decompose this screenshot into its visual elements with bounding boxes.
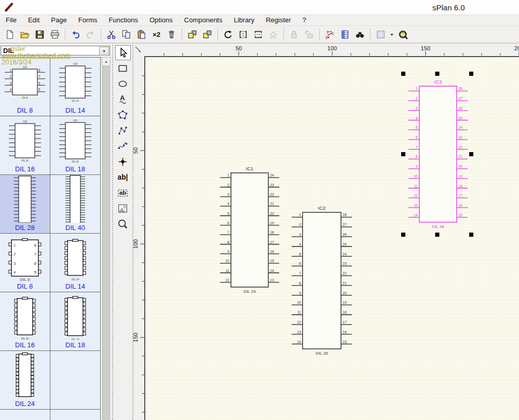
menu-help[interactable]: ?: [297, 15, 312, 25]
ruler-origin-icon: [133, 45, 144, 56]
library-item-dil-18-package[interactable]: DIL 18DIL 18: [50, 292, 101, 351]
toolbar-separator: [319, 28, 320, 40]
schematic-page[interactable]: [144, 56, 519, 420]
component-thumbnail: DIL 16: [0, 292, 50, 340]
send-back-button[interactable]: [200, 27, 215, 42]
library-item-dil-14-package[interactable]: DIL 14DIL 14: [50, 234, 101, 292]
menu-components[interactable]: Components: [179, 15, 228, 25]
menu-functions[interactable]: Functions: [103, 15, 144, 25]
menu-forms[interactable]: Forms: [73, 15, 103, 25]
library-filter-combobox[interactable]: DIL ▼: [1, 46, 110, 56]
new-button[interactable]: [2, 27, 17, 42]
menu-library[interactable]: Library: [228, 15, 260, 25]
tool-node[interactable]: [115, 154, 131, 169]
mirror-vertical-button[interactable]: [251, 27, 266, 42]
component-list-icon: [340, 30, 350, 39]
undo-icon: [71, 30, 80, 39]
library-item-dil-16-symbol[interactable]: IC8DIL 16DIL 16: [0, 116, 50, 175]
svg-text:ab|: ab|: [118, 173, 128, 181]
print-button[interactable]: [47, 27, 62, 42]
delete-button[interactable]: [164, 27, 179, 42]
svg-text:DIL 16: DIL 16: [21, 159, 29, 162]
svg-text:6: 6: [38, 82, 40, 85]
renumber-button[interactable]: 123: [322, 27, 337, 42]
svg-text:150: 150: [133, 333, 139, 342]
rotate-button[interactable]: [221, 27, 236, 42]
menu-edit[interactable]: Edit: [22, 15, 45, 25]
copy-button[interactable]: [119, 27, 134, 42]
component-list-button[interactable]: [337, 27, 352, 42]
tool-zoom[interactable]: [115, 216, 131, 232]
component-thumbnail: IC8DIL 18: [50, 116, 100, 164]
svg-text:IC8: IC8: [73, 119, 77, 122]
undo-button[interactable]: [68, 27, 83, 42]
component-thumbnail: IC8DIL 14: [50, 58, 100, 105]
grid-button[interactable]: [373, 27, 388, 42]
special-form-icon: A: [117, 94, 128, 105]
library-cell-partial: [0, 410, 50, 420]
zoom-area-button[interactable]: [395, 27, 411, 42]
combobox-dropdown-button[interactable]: ▼: [99, 47, 109, 56]
library-item-dil-8-package[interactable]: 18273645DIL 8DIL 8: [0, 234, 50, 292]
save-button[interactable]: [32, 27, 47, 42]
tool-rectangle[interactable]: [115, 61, 131, 76]
tool-pointer[interactable]: [115, 45, 131, 60]
library-item-dil-8-symbol[interactable]: IC818273645DIL 8DIL 8: [0, 58, 50, 116]
menu-bar: FileEditPageFormsFunctionsOptionsCompone…: [0, 15, 519, 26]
menu-page[interactable]: Page: [45, 15, 72, 25]
duplicate-button[interactable]: ×2: [149, 27, 164, 42]
tool-text-box[interactable]: ab: [115, 185, 131, 200]
search-button[interactable]: [352, 27, 367, 42]
svg-text:5: 5: [34, 270, 36, 275]
open-button[interactable]: [17, 27, 32, 42]
component-thumbnail: 18273645DIL 8: [0, 234, 50, 281]
menu-options[interactable]: Options: [144, 15, 179, 25]
menu-file[interactable]: File: [0, 15, 22, 25]
scrollbar-thumb[interactable]: [102, 66, 110, 419]
svg-text:6: 6: [34, 261, 36, 266]
library-item-dil-16-package[interactable]: DIL 16DIL 16: [0, 292, 50, 351]
svg-text:1: 1: [13, 243, 16, 248]
text-icon: ab|: [117, 172, 128, 183]
component-thumbnail: IC818273645DIL 8: [0, 58, 50, 105]
library-item-dil-14-symbol[interactable]: IC8DIL 14DIL 14: [50, 58, 101, 116]
polyline-icon: [117, 125, 128, 136]
cut-button[interactable]: [104, 27, 119, 42]
bring-front-button[interactable]: [185, 27, 200, 42]
scroll-up-button[interactable]: ▲: [102, 57, 111, 66]
library-item-dil-40-symbol[interactable]: IC8DIL 40DIL 40: [50, 175, 101, 234]
text-box-icon: ab: [117, 187, 128, 198]
tool-image[interactable]: [115, 201, 131, 216]
svg-text:IC8: IC8: [23, 120, 27, 123]
library-item-dil-18-symbol[interactable]: IC8DIL 18DIL 18: [50, 116, 101, 175]
tool-special-form[interactable]: A: [115, 92, 131, 107]
tool-ellipse[interactable]: [115, 76, 131, 91]
svg-text:2: 2: [9, 75, 11, 78]
grid-dropdown-button[interactable]: [388, 27, 395, 42]
bring-front-icon: [187, 30, 197, 39]
new-icon: [5, 30, 15, 39]
svg-text:8: 8: [34, 243, 36, 248]
duplicate-icon: ×2: [152, 30, 161, 39]
paste-button[interactable]: [134, 27, 149, 42]
tool-polyline[interactable]: [115, 123, 131, 138]
mirror-horizontal-icon: [238, 30, 248, 39]
svg-text:150: 150: [421, 45, 430, 51]
unlock-button: [302, 27, 317, 42]
svg-text:4: 4: [13, 270, 16, 275]
tool-text[interactable]: ab|: [115, 170, 131, 185]
mirror-horizontal-button[interactable]: [236, 27, 251, 42]
library-scrollbar[interactable]: ▲: [102, 57, 111, 420]
library-item-dil-24-package[interactable]: DIL 24DIL 24: [0, 351, 50, 410]
grid-dropdown-icon: [388, 30, 395, 39]
rectangle-icon: [117, 63, 128, 74]
library-item-label: DIL 8: [0, 106, 50, 114]
tool-polygon[interactable]: [115, 107, 131, 123]
tool-bezier[interactable]: [115, 139, 131, 154]
polygon-icon: [117, 110, 128, 120]
toolbar-separator: [182, 28, 182, 40]
library-item-dil-28-symbol[interactable]: IC8DIL 28DIL 28: [0, 175, 50, 234]
svg-text:5: 5: [38, 88, 40, 91]
menu-register[interactable]: Register: [260, 15, 296, 25]
svg-text:1: 1: [9, 69, 11, 72]
